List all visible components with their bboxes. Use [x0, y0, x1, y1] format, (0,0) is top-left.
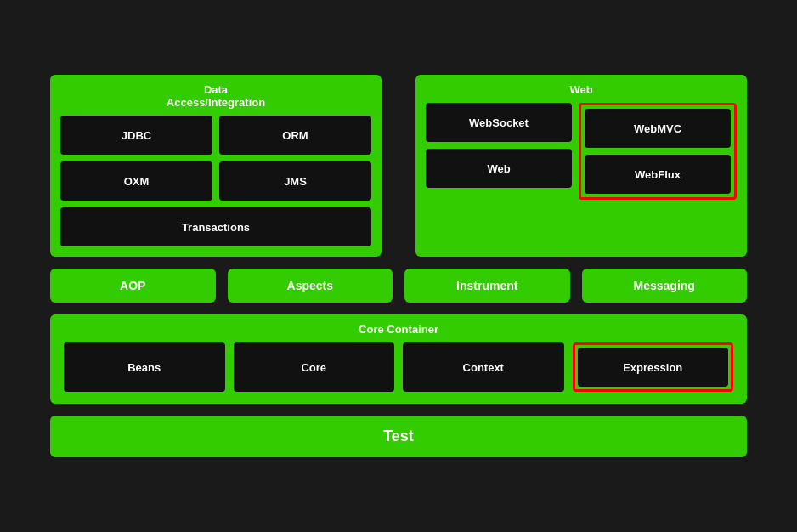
web-left: WebSocket Web [426, 103, 572, 200]
top-row: Data Access/Integration JDBC ORM OXM JMS… [50, 75, 747, 257]
middle-row: AOP Aspects Instrument Messaging [50, 269, 747, 303]
expression-highlighted: Expression [573, 342, 734, 392]
orm-btn[interactable]: ORM [219, 116, 371, 155]
transactions-btn[interactable]: Transactions [60, 207, 371, 246]
test-label: Test [383, 427, 414, 444]
instrument-box[interactable]: Instrument [404, 269, 570, 303]
context-btn[interactable]: Context [403, 342, 564, 392]
web-btn[interactable]: Web [426, 149, 572, 188]
spring-framework-diagram: Data Access/Integration JDBC ORM OXM JMS… [33, 58, 764, 474]
beans-btn[interactable]: Beans [64, 342, 225, 392]
websocket-btn[interactable]: WebSocket [426, 103, 572, 142]
web-box: Web WebSocket Web WebMVC WebFlux [415, 75, 747, 257]
test-bar[interactable]: Test [50, 416, 747, 457]
web-title: Web [426, 83, 737, 96]
messaging-box[interactable]: Messaging [582, 269, 748, 303]
jdbc-btn[interactable]: JDBC [60, 116, 212, 155]
core-container-box: Core Container Beans Core Context Expres… [50, 314, 747, 404]
core-container-title: Core Container [64, 323, 733, 336]
web-right-highlighted: WebMVC WebFlux [579, 103, 737, 200]
aspects-box[interactable]: Aspects [228, 269, 393, 303]
data-access-box: Data Access/Integration JDBC ORM OXM JMS… [50, 75, 382, 257]
jms-btn[interactable]: JMS [219, 161, 371, 201]
web-inner: WebSocket Web WebMVC WebFlux [426, 103, 737, 200]
core-btn[interactable]: Core [234, 342, 395, 392]
data-access-title: Data Access/Integration [60, 83, 371, 109]
data-access-grid: JDBC ORM OXM JMS Transactions [60, 116, 371, 246]
expression-btn[interactable]: Expression [578, 348, 729, 387]
aop-box[interactable]: AOP [50, 269, 216, 303]
webflux-btn[interactable]: WebFlux [585, 155, 731, 194]
core-container-grid: Beans Core Context Expression [64, 342, 733, 392]
oxm-btn[interactable]: OXM [60, 161, 212, 201]
webmvc-btn[interactable]: WebMVC [585, 109, 731, 148]
